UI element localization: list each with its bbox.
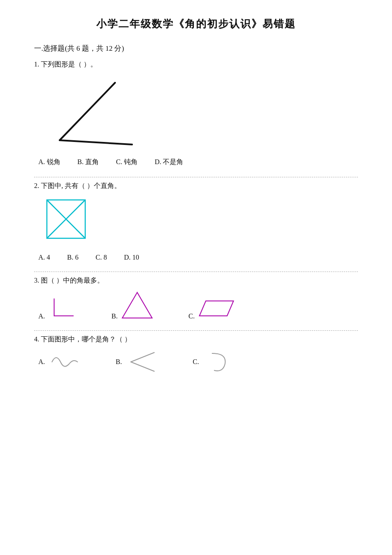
option-2c: C. 8: [95, 254, 107, 261]
question-2-options: A. 4 B. 6 C. 8 D. 10: [38, 254, 358, 261]
option-4c: C.: [193, 349, 231, 375]
question-4: 4. 下面图形中，哪个是角？（ ） A. B. C.: [34, 335, 358, 375]
question-1-options: A. 锐角 B. 直角 C. 钝角 D. 不是角: [38, 158, 358, 167]
option-3c: C.: [188, 297, 236, 320]
option-2a: A. 4: [38, 254, 50, 261]
svg-line-1: [60, 140, 132, 145]
option-1d: D. 不是角: [155, 158, 184, 167]
section-header: 一.选择题(共 6 题，共 12 分): [34, 43, 358, 53]
option-1a: A. 锐角: [38, 158, 61, 167]
option-1c: C. 钝角: [116, 158, 138, 167]
question-1: 1. 下列图形是（ ）。 A. 锐角 B. 直角 C. 钝角 D. 不是角: [34, 60, 358, 167]
option-3a: A.: [38, 295, 78, 320]
page-title: 小学二年级数学《角的初步认识》易错题: [34, 17, 358, 31]
question-4-text: 4. 下面图形中，哪个是角？（ ）: [34, 335, 358, 344]
question-2-text: 2. 下图中, 共有（ ）个直角。: [34, 182, 358, 191]
question-1-figure: [43, 74, 358, 151]
option-2b: B. 6: [67, 254, 79, 261]
question-3: 3. 图（ ）中的角最多。 A. B. C.: [34, 276, 358, 320]
svg-line-9: [131, 353, 154, 362]
svg-line-0: [60, 83, 115, 140]
svg-line-10: [131, 362, 154, 371]
option-4a: A.: [38, 349, 82, 375]
question-4-options: A. B. C.: [38, 349, 358, 375]
option-4b: B.: [116, 349, 159, 375]
question-2: 2. 下图中, 共有（ ）个直角。 A. 4 B. 6 C. 8 D. 10: [34, 182, 358, 261]
question-2-figure: [43, 196, 358, 247]
question-3-text: 3. 图（ ）中的角最多。: [34, 276, 358, 285]
svg-marker-8: [199, 301, 233, 316]
option-3b: B.: [112, 290, 155, 320]
question-1-text: 1. 下列图形是（ ）。: [34, 60, 358, 69]
svg-marker-7: [122, 292, 152, 318]
option-1b: B. 直角: [78, 158, 99, 167]
question-3-options: A. B. C.: [38, 290, 358, 320]
option-2d: D. 10: [124, 254, 139, 261]
